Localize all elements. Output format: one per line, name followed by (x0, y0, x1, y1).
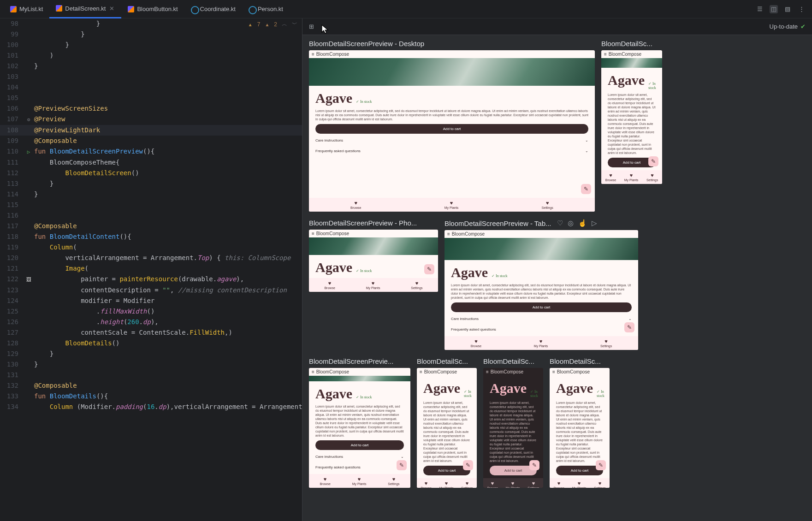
ui-check-icon: ◎ (568, 219, 574, 227)
warning-icon (265, 21, 269, 28)
preview-device[interactable]: BloomComposeAgaveIn stockLorem ipsum dol… (417, 368, 477, 488)
interactive-icon: ☝ (578, 219, 587, 227)
preview-device[interactable]: BloomComposeAgaveIn stockLorem ipsum dol… (550, 368, 610, 488)
animation-icon: ♡ (557, 219, 563, 227)
kotlin-class-icon (191, 6, 197, 12)
preview-device[interactable]: BloomComposeAgaveIn stockLorem ipsum dol… (601, 50, 662, 184)
preview-toolbar: ⊞ Up-to-date ✔ (302, 18, 812, 35)
preview-device[interactable]: BloomComposeAgaveIn stockLorem ipsum dol… (445, 230, 638, 350)
preview-surface-icon[interactable]: ⊞ (309, 23, 314, 30)
kotlin-class-icon (249, 6, 255, 12)
editor-view-actions: ☰ ◫ ▧ ⋮ (756, 5, 812, 13)
kotlin-file-icon (128, 6, 134, 12)
editor-tabs: MyList.kt DetailScreen.kt✕ BloomButton.k… (0, 0, 812, 18)
preview-device[interactable]: BloomComposeAgaveIn stockBrowseMy Plants… (309, 230, 438, 292)
tab-coordinate[interactable]: Coordinate.kt (184, 0, 242, 18)
preview-device[interactable]: BloomComposeAgaveIn stockLorem ipsum dol… (483, 368, 543, 488)
chevron-down-icon[interactable]: ﹀ (292, 20, 297, 28)
preview-device[interactable]: BloomComposeAgaveIn stockLorem ipsum dol… (309, 50, 595, 212)
preview-canvas[interactable]: BloomDetailScreenPreview - DesktopBloomC… (302, 35, 812, 521)
split-view-icon[interactable]: ◫ (770, 5, 778, 13)
code-editor[interactable]: 7 2 ︿ ﹀ 98 }99 }100 }101 )102}1031041051… (0, 18, 302, 521)
code-area[interactable]: 98 }99 }100 }101 )102}103104105106@Previ… (0, 18, 302, 521)
list-view-icon[interactable]: ☰ (756, 5, 764, 13)
deploy-icon: ▷ (592, 219, 597, 227)
weak-warning-icon (248, 21, 253, 28)
tab-bloombutton[interactable]: BloomButton.kt (121, 0, 184, 18)
kotlin-file-icon (10, 6, 17, 12)
inspection-widget[interactable]: 7 2 ︿ ﹀ (248, 20, 297, 28)
design-view-icon[interactable]: ▧ (783, 5, 792, 13)
preview-status: Up-to-date ✔ (770, 23, 806, 30)
tab-person[interactable]: Person.kt (242, 0, 290, 18)
kotlin-file-icon (56, 5, 62, 12)
tab-detailscreen[interactable]: DetailScreen.kt✕ (49, 0, 121, 18)
more-actions-icon[interactable]: ⋮ (797, 5, 806, 13)
chevron-up-icon[interactable]: ︿ (282, 20, 287, 28)
tab-mylist[interactable]: MyList.kt (4, 0, 49, 18)
compose-preview-panel: ⊞ Up-to-date ✔ BloomDetailScreenPreview … (302, 18, 812, 521)
preview-device[interactable]: BloomComposeAgaveIn stockLorem ipsum dol… (309, 368, 410, 488)
check-icon: ✔ (800, 23, 806, 30)
close-icon[interactable]: ✕ (108, 5, 115, 12)
